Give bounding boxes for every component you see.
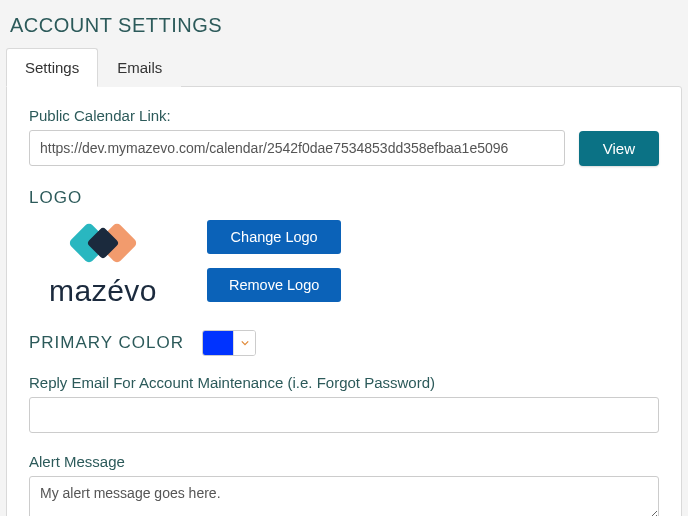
- public-calendar-label: Public Calendar Link:: [29, 107, 659, 124]
- logo-wordmark: mazévo: [49, 274, 157, 308]
- primary-color-heading: PRIMARY COLOR: [29, 333, 184, 353]
- remove-logo-button[interactable]: Remove Logo: [207, 268, 341, 302]
- reply-email-label: Reply Email For Account Maintenance (i.e…: [29, 374, 659, 391]
- logo-heading: LOGO: [29, 188, 659, 208]
- alert-message-textarea[interactable]: My alert message goes here.: [29, 476, 659, 516]
- tab-settings[interactable]: Settings: [6, 48, 98, 87]
- settings-panel: Public Calendar Link: View LOGO mazévo C…: [6, 86, 682, 516]
- color-swatch: [203, 331, 233, 355]
- tab-bar: Settings Emails: [0, 47, 688, 86]
- tab-emails[interactable]: Emails: [98, 48, 181, 87]
- alert-message-label: Alert Message: [29, 453, 659, 470]
- page-title: ACCOUNT SETTINGS: [0, 0, 688, 47]
- change-logo-button[interactable]: Change Logo: [207, 220, 341, 254]
- logo-mark-icon: [68, 220, 138, 266]
- reply-email-input[interactable]: [29, 397, 659, 433]
- view-button[interactable]: View: [579, 131, 659, 166]
- primary-color-picker[interactable]: [202, 330, 256, 356]
- chevron-down-icon[interactable]: [233, 331, 255, 355]
- public-calendar-input[interactable]: [29, 130, 565, 166]
- logo-preview: mazévo: [29, 216, 177, 308]
